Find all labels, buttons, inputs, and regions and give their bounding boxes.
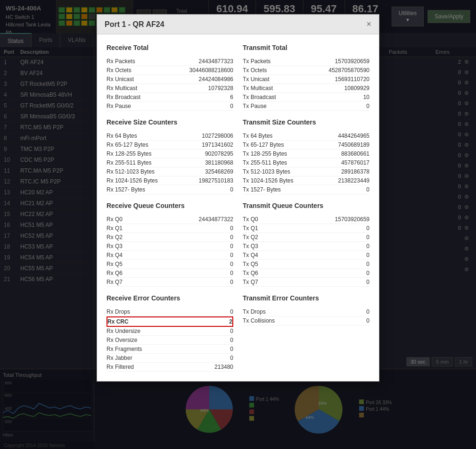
modal-header: Port 1 - QR AF24 × (97, 15, 379, 34)
tx-64-label: Tx 64 Bytes (243, 133, 272, 139)
rx-oversize-label: Rx Oversize (107, 337, 137, 343)
rx-q2-row: Rx Q2 0 (107, 233, 233, 242)
modal-title: Port 1 - QR AF24 (105, 20, 164, 29)
rx-64-label: Rx 64 Bytes (107, 133, 137, 139)
tx-octets-value: 4528705870590 (328, 67, 369, 74)
modal-size-row: Receive Size Counters Rx 64 Bytes 102729… (107, 118, 369, 194)
tx-q5-row: Tx Q5 0 (243, 260, 369, 269)
rx-q0-row: Rx Q0 24434877322 (107, 215, 233, 224)
receive-size-title: Receive Size Counters (107, 118, 233, 126)
tx-pause-value: 0 (366, 103, 369, 109)
transmit-total-section: Transmit Total Tx Packets 15703920659 Tx… (243, 44, 369, 111)
rx-packets-value: 24434877323 (199, 58, 233, 65)
tx-q7-value: 0 (366, 279, 369, 285)
tx-collisions-row: Tx Collisions 0 (243, 316, 369, 325)
rx-fragments-value: 0 (230, 346, 233, 352)
transmit-total-title: Transmit Total (243, 44, 369, 51)
rx-filtered-value: 213480 (214, 364, 233, 370)
rx-128-value: 902078295 (205, 150, 233, 157)
rx-q4-value: 0 (230, 252, 233, 258)
tx-65-value: 7450689189 (338, 141, 369, 148)
rx-unicast-value: 24424084986 (199, 76, 233, 83)
rx-q4-label: Rx Q4 (107, 252, 123, 258)
tx-1527-label: Tx 1527- Bytes (243, 186, 281, 193)
tx-q1-label: Tx Q1 (243, 225, 258, 232)
rx-65-label: Rx 65-127 Bytes (107, 141, 148, 148)
rx-255-label: Rx 255-511 Bytes (107, 159, 151, 166)
rx-q1-value: 0 (230, 225, 233, 232)
tx-multicast-label: Tx Multicast (243, 85, 273, 91)
tx-q4-value: 0 (366, 252, 369, 258)
tx-packets-value: 15703920659 (335, 58, 369, 65)
rx-q1-row: Rx Q1 0 (107, 224, 233, 233)
rx-q1-label: Rx Q1 (107, 225, 123, 232)
rx-pause-label: Rx Pause (107, 103, 131, 109)
rx-q2-label: Rx Q2 (107, 234, 123, 241)
rx-packets-row: Rx Packets 24434877323 (107, 57, 233, 66)
rx-q7-row: Rx Q7 0 (107, 278, 233, 287)
tx-multicast-row: Tx Multicast 10809929 (243, 84, 369, 93)
rx-1024-value: 19827510183 (199, 177, 233, 184)
tx-broadcast-value: 10 (363, 94, 369, 100)
modal-totals-row: Receive Total Rx Packets 24434877323 Rx … (107, 44, 369, 111)
rx-q4-row: Rx Q4 0 (107, 251, 233, 260)
rx-filtered-row: Rx Filtered 213480 (107, 363, 233, 372)
rx-multicast-label: Rx Multicast (107, 85, 137, 91)
rx-65-row: Rx 65-127 Bytes 1971341602 (107, 141, 233, 150)
tx-255-value: 457876017 (341, 159, 369, 166)
rx-q6-value: 0 (230, 270, 233, 276)
tx-128-value: 883680661 (341, 150, 369, 157)
rx-q3-label: Rx Q3 (107, 243, 123, 249)
tx-collisions-value: 0 (366, 317, 369, 324)
tx-65-row: Tx 65-127 Bytes 7450689189 (243, 141, 369, 150)
rx-q6-label: Rx Q6 (107, 270, 123, 276)
rx-255-row: Rx 255-511 Bytes 381180968 (107, 158, 233, 167)
rx-512-row: Rx 512-1023 Bytes 325468269 (107, 167, 233, 176)
tx-unicast-label: Tx Unicast (243, 76, 270, 83)
tx-q6-value: 0 (366, 270, 369, 276)
rx-1527-label: Rx 1527- Bytes (107, 186, 145, 193)
transmit-error-title: Transmit Error Counters (243, 294, 369, 302)
modal-queue-row: Receive Queue Counters Rx Q0 24434877322… (107, 202, 369, 287)
receive-error-title: Receive Error Counters (107, 294, 233, 302)
tx-pause-label: Tx Pause (243, 103, 267, 109)
rx-packets-label: Rx Packets (107, 58, 135, 65)
rx-q0-value: 24434877322 (199, 216, 233, 223)
modal-error-row: Receive Error Counters Rx Drops 0 Rx CRC… (107, 294, 369, 372)
rx-filtered-label: Rx Filtered (107, 364, 134, 370)
rx-jabber-value: 0 (230, 355, 233, 361)
rx-255-value: 381180968 (205, 159, 233, 166)
tx-pause-row: Tx Pause 0 (243, 102, 369, 111)
tx-q7-label: Tx Q7 (243, 279, 258, 285)
tx-q4-label: Tx Q4 (243, 252, 258, 258)
rx-oversize-row: Rx Oversize 0 (107, 336, 233, 345)
rx-drops-row: Rx Drops 0 (107, 308, 233, 316)
tx-collisions-label: Tx Collisions (243, 317, 275, 324)
tx-255-row: Tx 255-511 Bytes 457876017 (243, 158, 369, 167)
rx-512-label: Rx 512-1023 Bytes (107, 168, 155, 175)
rx-crc-row: Rx CRC 2 (107, 316, 233, 327)
rx-undersize-value: 0 (230, 328, 233, 334)
tx-512-value: 289186378 (341, 168, 369, 175)
modal-close-button[interactable]: × (366, 19, 371, 29)
tx-broadcast-label: Tx Broadcast (243, 94, 276, 100)
tx-q0-row: Tx Q0 15703920659 (243, 215, 369, 224)
rx-multicast-value: 10792328 (208, 85, 233, 91)
tx-drops-value: 0 (366, 308, 369, 315)
receive-size-section: Receive Size Counters Rx 64 Bytes 102729… (107, 118, 233, 194)
tx-255-label: Tx 255-511 Bytes (243, 159, 287, 166)
tx-1024-row: Tx 1024-1526 Bytes 2138223449 (243, 176, 369, 185)
transmit-size-title: Transmit Size Counters (243, 118, 369, 126)
rx-q2-value: 0 (230, 234, 233, 241)
modal-port-stats: Port 1 - QR AF24 × Receive Total Rx Pack… (97, 14, 379, 382)
rx-undersize-label: Rx Undersize (107, 328, 140, 334)
rx-broadcast-row: Rx Broadcast 6 (107, 93, 233, 102)
rx-undersize-row: Rx Undersize 0 (107, 327, 233, 336)
rx-octets-row: Rx Octets 30446088218600 (107, 66, 233, 75)
rx-q3-row: Rx Q3 0 (107, 242, 233, 251)
tx-unicast-row: Tx Unicast 15693110720 (243, 75, 369, 84)
receive-total-section: Receive Total Rx Packets 24434877323 Rx … (107, 44, 233, 111)
receive-queue-section: Receive Queue Counters Rx Q0 24434877322… (107, 202, 233, 287)
rx-q7-value: 0 (230, 279, 233, 285)
rx-128-label: Rx 128-255 Bytes (107, 150, 151, 157)
